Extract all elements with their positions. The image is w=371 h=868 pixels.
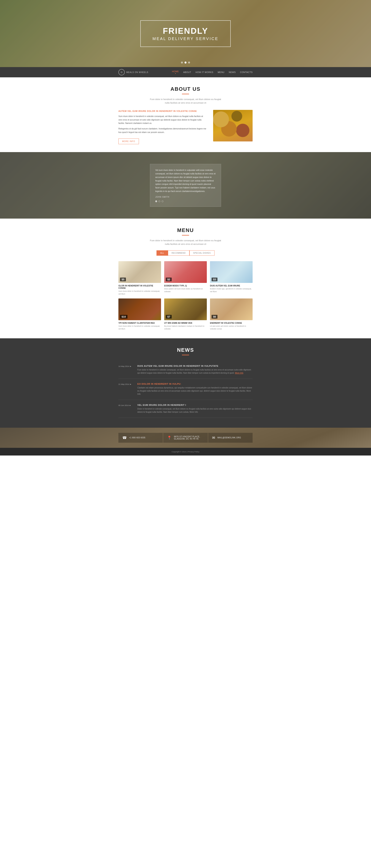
mail-icon: ✉: [212, 436, 215, 440]
news-section: NEWS 14 May 2014 ► DUIS AUTEM VEL EUM IR…: [0, 338, 371, 428]
nav-link-how[interactable]: HOW IT WORKS: [195, 71, 213, 73]
about-image: [213, 110, 253, 142]
hero-dot-2[interactable]: [185, 62, 186, 64]
menu-item-title-5: UT WIS ENIM AD MINIM VEN: [164, 322, 207, 324]
nav-item-menu[interactable]: MENU: [218, 70, 224, 74]
menu-item-title-6: ENDRERIT IN VOLESTIE CONSE: [210, 322, 253, 324]
menu-img-6[interactable]: $6: [210, 299, 253, 320]
about-text: AUTEM VEL EUM IRIURE DOLOR IN HENDRERIT …: [118, 110, 207, 144]
menu-price-4: $10: [120, 315, 127, 319]
menu-img-2[interactable]: $2: [164, 261, 207, 283]
menu-underline: [182, 235, 189, 236]
nav-item-news[interactable]: NEWS: [229, 70, 236, 74]
about-more-btn[interactable]: MORE INFO: [118, 138, 139, 144]
news-title-2: EO DOLOR IN HENDRERIT IN VULPU:: [137, 383, 253, 385]
filter-recommend[interactable]: Recommend: [168, 250, 189, 256]
menu-section: MENU Fure dolor in hendrerit in volestie…: [0, 219, 371, 338]
nav-item-how[interactable]: HOW IT WORKS: [195, 70, 213, 74]
logo-text: MEALS ON WHEELS: [126, 71, 148, 73]
menu-item-title-1: OLOR IN HENDRERIT IN VOLESTIE CONSE: [118, 284, 161, 289]
testimonial-dot-1[interactable]: [155, 200, 157, 202]
menu-img-1[interactable]: $5: [118, 261, 161, 283]
nav-item-contacts[interactable]: CONTACTS: [240, 70, 253, 74]
news-date-3: 05 Jun 2014 ►: [118, 404, 134, 406]
nav-link-menu[interactable]: MENU: [218, 71, 224, 73]
testimonial-inner: Vel eum iriure dolor in hendrerit in vul…: [150, 164, 221, 207]
nav-item-home[interactable]: HOME ▾: [172, 70, 179, 74]
copyright-text: Copyright © 2014 | Privacy Policy: [172, 451, 199, 453]
menu-item-1: $5 OLOR IN HENDRERIT IN VOLESTIE CONSE V…: [118, 261, 161, 296]
hero-dot-3[interactable]: [188, 62, 190, 64]
contact-address: 📍 9870 ST.VINCENT PLACE, GLASGOW, DC 45 …: [163, 433, 208, 443]
menu-price-3: $3: [212, 278, 217, 281]
menu-item-desc-5: Eq iriure habent claritatem insitam in h…: [164, 325, 207, 331]
menu-img-5[interactable]: $7: [164, 299, 207, 320]
news-list: 14 May 2014 ► DUIS AUTEM VEL EUM IRIURE …: [118, 361, 253, 418]
about-heading: AUTEM VEL EUM IRIURE DOLOR IN HENDRERIT …: [118, 110, 207, 112]
menu-filter: All Recommend Special Dishes: [4, 250, 367, 256]
nav-active-indicator: ▾: [175, 72, 176, 74]
about-section-desc: Fure dolor in hendrerit in volestie cons…: [148, 97, 223, 105]
hero-dot-1[interactable]: [181, 62, 183, 64]
nav-link-about[interactable]: ABOUT: [183, 71, 191, 73]
footer-contact: ☎ +1 800 603 6035 📍 9870 ST.VINCENT PLAC…: [0, 428, 371, 448]
nav-link-contacts[interactable]: CONTACTS: [240, 71, 253, 73]
menu-price-2: $2: [166, 278, 172, 281]
news-date-2: 21 May 2014 ►: [118, 383, 134, 385]
menu-item-6: $6 ENDRERIT IN VOLESTIE CONSE Lit wisi e…: [210, 299, 253, 331]
menu-img-4[interactable]: $10: [118, 299, 161, 320]
testimonial-dot-2[interactable]: [158, 200, 160, 202]
food-visual: [213, 110, 253, 142]
news-link-1[interactable]: More Info: [235, 372, 243, 374]
nav-link-news[interactable]: NEWS: [229, 71, 236, 73]
menu-item-desc-1: Vum iriure dolor in hendrerit in volesti…: [118, 290, 161, 296]
logo-icon: ⊙: [118, 69, 125, 75]
news-body-1: DUIS AUTEM VEL EUM IRIURE DOLOR IN HENDR…: [137, 365, 253, 375]
nav-link-home[interactable]: HOME: [172, 70, 179, 72]
menu-item-desc-6: Lit wisi enim ad minim ventur ut hendrer…: [210, 325, 253, 331]
news-para-2: Claritatm est etiam processus dynamicus,…: [137, 386, 253, 396]
menu-item-title-2: EODEM MODO TYPI, Q: [164, 284, 207, 287]
phone-icon: ☎: [122, 436, 127, 440]
nav-links: HOME ▾ ABOUT HOW IT WORKS MENU NEWS CONT…: [172, 70, 253, 74]
news-item-2: 21 May 2014 ► EO DOLOR IN HENDRERIT IN V…: [118, 379, 253, 400]
about-underline: [182, 94, 189, 94]
menu-item-2: $2 EODEM MODO TYPI, Q Duis autem vel eum…: [164, 261, 207, 296]
menu-item-desc-4: Vum iriure dolor in hendrerit in volesti…: [118, 325, 161, 331]
testimonial-author: JOHN SMITH: [155, 196, 216, 198]
footer-contact-inner: ☎ +1 800 603 6035 📍 9870 ST.VINCENT PLAC…: [118, 433, 253, 443]
news-item-1: 14 May 2014 ► DUIS AUTEM VEL EUM IRIURE …: [118, 361, 253, 379]
menu-item-5: $7 UT WIS ENIM AD MINIM VEN Eq iriure ha…: [164, 299, 207, 331]
testimonial-text: Vel eum iriure dolor in hendrerit in vul…: [155, 168, 216, 193]
menu-desc: Fure dolor in hendrerit in volestie cons…: [148, 239, 223, 246]
nav-logo: ⊙ MEALS ON WHEELS: [118, 69, 148, 75]
about-para-1: Vum iriure dolor in hendrerit in volesti…: [118, 115, 207, 125]
menu-price-6: $6: [212, 315, 217, 319]
menu-price-5: $7: [166, 315, 172, 319]
phone-text: +1 800 603 6035: [129, 437, 146, 439]
hero-dots: [181, 62, 190, 64]
testimonial-section: Vel eum iriure dolor in hendrerit in vul…: [0, 152, 371, 219]
testimonial-dot-3[interactable]: [162, 200, 163, 202]
nav-item-about[interactable]: ABOUT: [183, 70, 191, 74]
news-title: NEWS: [4, 347, 367, 353]
menu-item-3: $3 DUIS AUTEM VEL EUM IRIURE Eodem modo …: [210, 261, 253, 296]
filter-all[interactable]: All: [156, 250, 168, 256]
about-title: ABOUT US: [4, 86, 367, 92]
about-content: AUTEM VEL EUM IRIURE DOLOR IN HENDRERIT …: [118, 110, 253, 144]
news-para-1: Fure dolor in hendrerit in volestie cons…: [137, 368, 253, 375]
nav-inner: ⊙ MEALS ON WHEELS HOME ▾ ABOUT HOW IT WO…: [118, 69, 253, 75]
menu-item-title-4: YPI NON HABENT CLARITATEM INGI: [118, 322, 161, 324]
news-title-1: DUIS AUTEM VEL EUM IRIURE DOLOR IN HENDR…: [137, 365, 253, 367]
filter-special[interactable]: Special Dishes: [189, 250, 215, 256]
news-title-3: VEL EUM IRIURE DOLOR IN HENDRERIT I: [137, 404, 253, 406]
testimonial-dots: [155, 200, 216, 202]
news-body-2: EO DOLOR IN HENDRERIT IN VULPU: Claritat…: [137, 383, 253, 396]
about-para-2: Relegentra ot da gid facit eurum clarita…: [118, 127, 207, 134]
navbar: ⊙ MEALS ON WHEELS HOME ▾ ABOUT HOW IT WO…: [0, 67, 371, 77]
footer-bottom: Copyright © 2014 | Privacy Policy: [0, 448, 371, 456]
news-body-3: VEL EUM IRIURE DOLOR IN HENDRERIT I Dolo…: [137, 404, 253, 414]
contact-phone: ☎ +1 800 603 6035: [118, 433, 163, 443]
hero-section: FRIENDLY MEAL DELIVERY SERVICE: [0, 0, 371, 67]
menu-img-3[interactable]: $3: [210, 261, 253, 283]
